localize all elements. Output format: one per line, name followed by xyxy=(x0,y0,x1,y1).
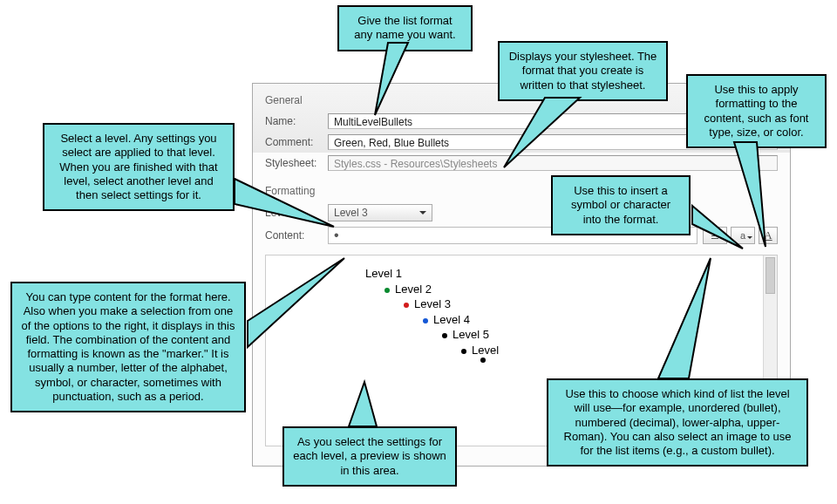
list-item: Level 1 xyxy=(365,266,765,282)
stylesheet-input: Styles.css - Resources\Stylesheets xyxy=(328,155,778,171)
stylesheet-row: Stylesheet: Styles.css - Resources\Style… xyxy=(265,155,778,171)
bullet-icon xyxy=(461,349,466,354)
insert-symbol-button[interactable]: a xyxy=(731,227,755,244)
callout-select-level: Select a level. Any settings you select … xyxy=(43,123,235,211)
bullet-icon xyxy=(442,333,447,338)
stylesheet-label: Stylesheet: xyxy=(265,157,328,169)
callout-stylesheet: Displays your stylesheet. The format tha… xyxy=(498,41,668,101)
level-row: Level: Level 3 xyxy=(265,204,778,221)
font-format-button[interactable]: A xyxy=(759,227,778,244)
content-row: Content: • ☰ a A xyxy=(265,227,778,244)
list-type-icon: ☰ xyxy=(711,230,719,242)
name-label: Name: xyxy=(265,115,328,127)
scrollbar-thumb[interactable] xyxy=(766,257,775,294)
bullet-icon xyxy=(404,303,409,308)
level-label: Level: xyxy=(265,207,328,219)
symbol-a-icon: a xyxy=(740,230,745,241)
list-type-button[interactable]: ☰ xyxy=(703,227,727,244)
level-value: Level 3 xyxy=(334,207,368,219)
bullet-icon xyxy=(384,288,390,293)
content-toolbar: ☰ a A xyxy=(703,227,778,244)
content-label: Content: xyxy=(265,229,328,242)
level-select[interactable]: Level 3 xyxy=(328,204,432,221)
callout-font-format: Use this to apply formatting to the cont… xyxy=(686,74,827,148)
callout-insert-symbol: Use this to insert a symbol or character… xyxy=(551,175,691,235)
callout-content: You can type content for the format here… xyxy=(10,282,246,412)
comment-label: Comment: xyxy=(265,136,328,148)
callout-preview: As you select the settings for each leve… xyxy=(282,426,457,487)
font-a-icon: A xyxy=(764,228,772,242)
bullet-icon xyxy=(480,358,486,363)
bullet-icon xyxy=(423,318,428,324)
callout-list-type: Use this to choose which kind of list th… xyxy=(547,378,808,467)
section-formatting-title: Formatting xyxy=(265,185,778,197)
callout-name: Give the list format any name you want. xyxy=(337,5,473,51)
